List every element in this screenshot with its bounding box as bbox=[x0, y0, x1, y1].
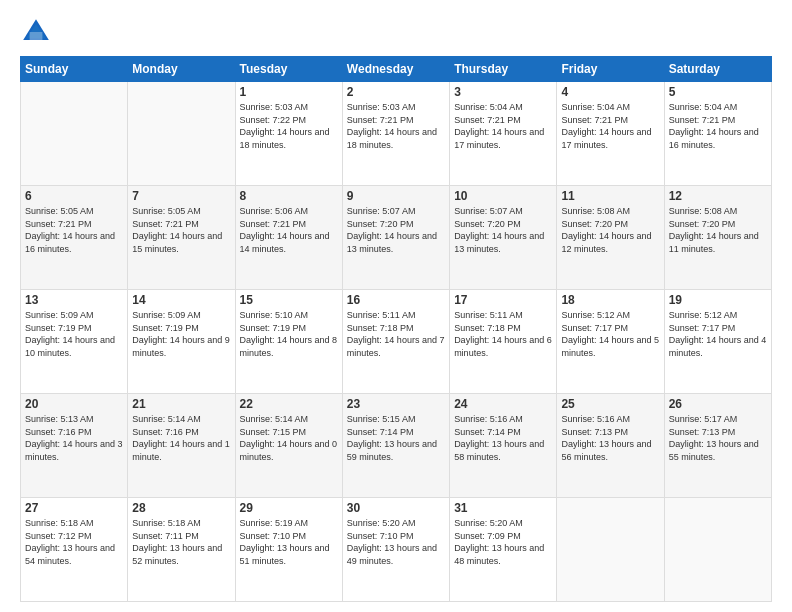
day-number: 16 bbox=[347, 293, 445, 307]
day-number: 8 bbox=[240, 189, 338, 203]
calendar-cell: 20Sunrise: 5:13 AM Sunset: 7:16 PM Dayli… bbox=[21, 394, 128, 498]
day-number: 27 bbox=[25, 501, 123, 515]
day-info: Sunrise: 5:04 AM Sunset: 7:21 PM Dayligh… bbox=[561, 101, 659, 151]
day-number: 11 bbox=[561, 189, 659, 203]
day-info: Sunrise: 5:03 AM Sunset: 7:21 PM Dayligh… bbox=[347, 101, 445, 151]
calendar-cell: 7Sunrise: 5:05 AM Sunset: 7:21 PM Daylig… bbox=[128, 186, 235, 290]
day-info: Sunrise: 5:13 AM Sunset: 7:16 PM Dayligh… bbox=[25, 413, 123, 463]
day-info: Sunrise: 5:14 AM Sunset: 7:15 PM Dayligh… bbox=[240, 413, 338, 463]
day-number: 29 bbox=[240, 501, 338, 515]
calendar-cell: 6Sunrise: 5:05 AM Sunset: 7:21 PM Daylig… bbox=[21, 186, 128, 290]
calendar-header-row: SundayMondayTuesdayWednesdayThursdayFrid… bbox=[21, 57, 772, 82]
calendar-cell: 19Sunrise: 5:12 AM Sunset: 7:17 PM Dayli… bbox=[664, 290, 771, 394]
day-info: Sunrise: 5:12 AM Sunset: 7:17 PM Dayligh… bbox=[669, 309, 767, 359]
day-number: 31 bbox=[454, 501, 552, 515]
day-info: Sunrise: 5:20 AM Sunset: 7:09 PM Dayligh… bbox=[454, 517, 552, 567]
day-number: 6 bbox=[25, 189, 123, 203]
calendar-cell: 17Sunrise: 5:11 AM Sunset: 7:18 PM Dayli… bbox=[450, 290, 557, 394]
col-header-saturday: Saturday bbox=[664, 57, 771, 82]
day-number: 1 bbox=[240, 85, 338, 99]
calendar-cell bbox=[557, 498, 664, 602]
day-number: 10 bbox=[454, 189, 552, 203]
day-info: Sunrise: 5:17 AM Sunset: 7:13 PM Dayligh… bbox=[669, 413, 767, 463]
day-info: Sunrise: 5:03 AM Sunset: 7:22 PM Dayligh… bbox=[240, 101, 338, 151]
day-info: Sunrise: 5:04 AM Sunset: 7:21 PM Dayligh… bbox=[454, 101, 552, 151]
day-info: Sunrise: 5:18 AM Sunset: 7:11 PM Dayligh… bbox=[132, 517, 230, 567]
calendar-cell: 5Sunrise: 5:04 AM Sunset: 7:21 PM Daylig… bbox=[664, 82, 771, 186]
calendar-cell: 31Sunrise: 5:20 AM Sunset: 7:09 PM Dayli… bbox=[450, 498, 557, 602]
day-number: 15 bbox=[240, 293, 338, 307]
calendar-week-1: 6Sunrise: 5:05 AM Sunset: 7:21 PM Daylig… bbox=[21, 186, 772, 290]
col-header-sunday: Sunday bbox=[21, 57, 128, 82]
calendar-cell: 1Sunrise: 5:03 AM Sunset: 7:22 PM Daylig… bbox=[235, 82, 342, 186]
day-number: 22 bbox=[240, 397, 338, 411]
calendar-cell bbox=[21, 82, 128, 186]
day-number: 28 bbox=[132, 501, 230, 515]
calendar-week-2: 13Sunrise: 5:09 AM Sunset: 7:19 PM Dayli… bbox=[21, 290, 772, 394]
day-info: Sunrise: 5:05 AM Sunset: 7:21 PM Dayligh… bbox=[25, 205, 123, 255]
day-info: Sunrise: 5:09 AM Sunset: 7:19 PM Dayligh… bbox=[132, 309, 230, 359]
calendar-cell: 14Sunrise: 5:09 AM Sunset: 7:19 PM Dayli… bbox=[128, 290, 235, 394]
calendar-cell: 22Sunrise: 5:14 AM Sunset: 7:15 PM Dayli… bbox=[235, 394, 342, 498]
col-header-wednesday: Wednesday bbox=[342, 57, 449, 82]
day-number: 4 bbox=[561, 85, 659, 99]
day-info: Sunrise: 5:06 AM Sunset: 7:21 PM Dayligh… bbox=[240, 205, 338, 255]
day-info: Sunrise: 5:12 AM Sunset: 7:17 PM Dayligh… bbox=[561, 309, 659, 359]
calendar-cell: 16Sunrise: 5:11 AM Sunset: 7:18 PM Dayli… bbox=[342, 290, 449, 394]
day-info: Sunrise: 5:16 AM Sunset: 7:14 PM Dayligh… bbox=[454, 413, 552, 463]
day-number: 3 bbox=[454, 85, 552, 99]
calendar-table: SundayMondayTuesdayWednesdayThursdayFrid… bbox=[20, 56, 772, 602]
calendar-cell: 27Sunrise: 5:18 AM Sunset: 7:12 PM Dayli… bbox=[21, 498, 128, 602]
day-number: 13 bbox=[25, 293, 123, 307]
calendar-week-0: 1Sunrise: 5:03 AM Sunset: 7:22 PM Daylig… bbox=[21, 82, 772, 186]
day-info: Sunrise: 5:07 AM Sunset: 7:20 PM Dayligh… bbox=[454, 205, 552, 255]
day-number: 21 bbox=[132, 397, 230, 411]
day-info: Sunrise: 5:20 AM Sunset: 7:10 PM Dayligh… bbox=[347, 517, 445, 567]
calendar-cell: 4Sunrise: 5:04 AM Sunset: 7:21 PM Daylig… bbox=[557, 82, 664, 186]
calendar-cell: 2Sunrise: 5:03 AM Sunset: 7:21 PM Daylig… bbox=[342, 82, 449, 186]
day-number: 30 bbox=[347, 501, 445, 515]
day-info: Sunrise: 5:10 AM Sunset: 7:19 PM Dayligh… bbox=[240, 309, 338, 359]
calendar-cell: 26Sunrise: 5:17 AM Sunset: 7:13 PM Dayli… bbox=[664, 394, 771, 498]
calendar-cell bbox=[128, 82, 235, 186]
svg-rect-2 bbox=[30, 32, 43, 40]
day-number: 7 bbox=[132, 189, 230, 203]
calendar-cell: 13Sunrise: 5:09 AM Sunset: 7:19 PM Dayli… bbox=[21, 290, 128, 394]
day-info: Sunrise: 5:15 AM Sunset: 7:14 PM Dayligh… bbox=[347, 413, 445, 463]
day-number: 26 bbox=[669, 397, 767, 411]
logo bbox=[20, 16, 56, 48]
day-info: Sunrise: 5:19 AM Sunset: 7:10 PM Dayligh… bbox=[240, 517, 338, 567]
day-info: Sunrise: 5:05 AM Sunset: 7:21 PM Dayligh… bbox=[132, 205, 230, 255]
col-header-monday: Monday bbox=[128, 57, 235, 82]
logo-icon bbox=[20, 16, 52, 48]
calendar-cell: 12Sunrise: 5:08 AM Sunset: 7:20 PM Dayli… bbox=[664, 186, 771, 290]
day-number: 2 bbox=[347, 85, 445, 99]
calendar-cell: 24Sunrise: 5:16 AM Sunset: 7:14 PM Dayli… bbox=[450, 394, 557, 498]
calendar-cell: 21Sunrise: 5:14 AM Sunset: 7:16 PM Dayli… bbox=[128, 394, 235, 498]
day-info: Sunrise: 5:16 AM Sunset: 7:13 PM Dayligh… bbox=[561, 413, 659, 463]
day-info: Sunrise: 5:11 AM Sunset: 7:18 PM Dayligh… bbox=[347, 309, 445, 359]
calendar-cell bbox=[664, 498, 771, 602]
calendar-cell: 8Sunrise: 5:06 AM Sunset: 7:21 PM Daylig… bbox=[235, 186, 342, 290]
day-number: 18 bbox=[561, 293, 659, 307]
day-info: Sunrise: 5:07 AM Sunset: 7:20 PM Dayligh… bbox=[347, 205, 445, 255]
day-number: 24 bbox=[454, 397, 552, 411]
day-info: Sunrise: 5:08 AM Sunset: 7:20 PM Dayligh… bbox=[561, 205, 659, 255]
calendar-cell: 11Sunrise: 5:08 AM Sunset: 7:20 PM Dayli… bbox=[557, 186, 664, 290]
col-header-tuesday: Tuesday bbox=[235, 57, 342, 82]
day-info: Sunrise: 5:18 AM Sunset: 7:12 PM Dayligh… bbox=[25, 517, 123, 567]
calendar-cell: 15Sunrise: 5:10 AM Sunset: 7:19 PM Dayli… bbox=[235, 290, 342, 394]
day-info: Sunrise: 5:08 AM Sunset: 7:20 PM Dayligh… bbox=[669, 205, 767, 255]
calendar-cell: 30Sunrise: 5:20 AM Sunset: 7:10 PM Dayli… bbox=[342, 498, 449, 602]
calendar-week-4: 27Sunrise: 5:18 AM Sunset: 7:12 PM Dayli… bbox=[21, 498, 772, 602]
calendar-cell: 10Sunrise: 5:07 AM Sunset: 7:20 PM Dayli… bbox=[450, 186, 557, 290]
calendar-cell: 3Sunrise: 5:04 AM Sunset: 7:21 PM Daylig… bbox=[450, 82, 557, 186]
calendar-cell: 29Sunrise: 5:19 AM Sunset: 7:10 PM Dayli… bbox=[235, 498, 342, 602]
day-number: 12 bbox=[669, 189, 767, 203]
day-number: 19 bbox=[669, 293, 767, 307]
col-header-thursday: Thursday bbox=[450, 57, 557, 82]
calendar-week-3: 20Sunrise: 5:13 AM Sunset: 7:16 PM Dayli… bbox=[21, 394, 772, 498]
day-number: 23 bbox=[347, 397, 445, 411]
calendar-cell: 28Sunrise: 5:18 AM Sunset: 7:11 PM Dayli… bbox=[128, 498, 235, 602]
day-number: 5 bbox=[669, 85, 767, 99]
